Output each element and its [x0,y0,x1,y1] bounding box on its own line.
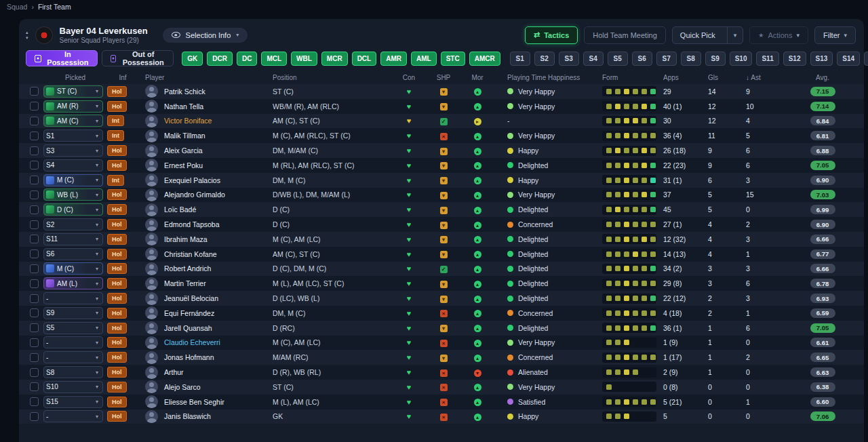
info-badge[interactable]: Hol [107,382,127,393]
slot-filter-s11[interactable]: S11 [756,52,778,66]
player-name[interactable]: Ibrahim Maza [164,235,208,243]
picked-dropdown[interactable]: -▾ [43,351,103,363]
picked-dropdown[interactable]: S6▾ [43,248,103,260]
position-filter-dcr[interactable]: DCR [207,52,233,66]
row-checkbox[interactable] [30,146,39,155]
player-name[interactable]: Ernest Poku [164,161,203,169]
info-badge[interactable]: Hol [107,145,127,156]
player-name[interactable]: Jeanuël Belocian [164,294,218,302]
table-row[interactable]: S8▾HolArthurD (R), WB (RL)♥×▾Alienated2 … [19,365,864,380]
picked-dropdown[interactable]: AM (R)▾ [43,100,103,113]
quick-pick-button[interactable]: Quick Pick ▾ [672,26,744,44]
row-checkbox[interactable] [30,264,39,273]
table-row[interactable]: S11▾HolIbrahim MazaM (C), AM (LC)♥▾▴Deli… [19,232,864,247]
picked-dropdown[interactable]: -▾ [43,410,103,422]
position-filter-wbl[interactable]: WBL [291,52,317,66]
info-badge[interactable]: Hol [107,278,127,289]
table-row[interactable]: ST (C)▾HolPatrik SchickST (C)♥▾▴Very Hap… [19,84,864,99]
picked-dropdown[interactable]: AM (C)▾ [43,115,103,127]
table-row[interactable]: S6▾HolChristian KofaneAM (C), ST (C)♥▾▴D… [19,247,864,262]
table-row[interactable]: S4▾HolErnest PokuM (RL), AM (RLC), ST (C… [19,158,864,173]
picked-dropdown[interactable]: S15▾ [43,396,103,408]
picked-dropdown[interactable]: S8▾ [43,366,103,378]
info-badge[interactable]: Hol [107,337,127,348]
player-name[interactable]: Janis Blaswich [164,412,211,420]
column-header-picked[interactable]: Picked [43,74,107,81]
table-row[interactable]: D (C)▾HolLoïc BadéD (C)♥▾▴Delighted45506… [19,202,864,217]
info-badge[interactable]: Hol [107,323,127,334]
picked-dropdown[interactable]: S1▾ [43,129,103,142]
table-row[interactable]: AM (R)▾HolNathan TellaWB/M (R), AM (RLC)… [19,99,864,114]
slot-filter-s7[interactable]: S7 [656,52,677,66]
table-row[interactable]: -▾HolJeanuël BelocianD (LC), WB (L)♥▾▴De… [19,291,864,306]
player-name[interactable]: Malik Tillman [164,132,205,140]
position-filter-amr[interactable]: AMR [380,52,407,66]
player-name[interactable]: Nathan Tella [164,102,203,110]
chevron-down-icon[interactable]: ▾ [26,35,28,40]
position-filter-mcl[interactable]: MCL [261,52,287,66]
filter-button[interactable]: Filter ▾ [814,26,856,44]
player-name[interactable]: Martin Terrier [164,279,206,287]
table-row[interactable]: -▾HolClaudio EcheverriM (C), AM (LC)♥×▴V… [19,336,864,350]
player-name[interactable]: Claudio Echeverri [164,338,220,346]
row-checkbox[interactable] [30,338,39,347]
table-row[interactable]: S5▾HolJarell QuansahD (RC)♥▾▴Delighted36… [19,321,864,336]
player-name[interactable]: Alejandro Grimaldo [164,190,225,199]
picked-dropdown[interactable]: WB (L)▾ [43,188,103,201]
picked-dropdown[interactable]: M (C)▾ [43,262,103,275]
slot-filter-s10[interactable]: S10 [730,52,753,66]
info-badge[interactable]: Hol [107,160,127,171]
row-checkbox[interactable] [30,220,39,229]
slot-filter-s4[interactable]: S4 [583,52,604,66]
player-name[interactable]: Victor Boniface [164,117,212,125]
player-name[interactable]: Alejo Sarco [164,383,201,391]
slot-filter-s13[interactable]: S13 [810,52,833,66]
slot-filter-s6[interactable]: S6 [632,52,652,66]
quick-pick-chevron-icon[interactable]: ▾ [727,27,743,43]
column-header-mor[interactable]: Mor [461,74,494,81]
table-row[interactable]: AM (L)▾HolMartin TerrierM (L), AM (LC), … [19,276,864,291]
info-badge[interactable]: Hol [107,397,127,407]
info-badge[interactable]: Hol [107,263,127,274]
info-badge[interactable]: Hol [107,101,127,112]
table-row[interactable]: -▾HolJanis BlaswichGK♥×▴Happy5007.06 [19,409,864,424]
table-row[interactable]: S9▾HolEqui FernándezDM, M (C)♥×▴Concerne… [19,306,864,321]
row-checkbox[interactable] [30,205,39,214]
column-header-player[interactable]: Player [138,74,273,81]
column-header-form[interactable]: Form [595,74,663,81]
info-badge[interactable]: Hol [107,204,127,215]
player-name[interactable]: Robert Andrich [164,264,211,273]
info-badge[interactable]: Int [107,115,124,126]
info-badge[interactable]: Hol [107,308,127,319]
player-name[interactable]: Equi Fernández [164,309,214,317]
picked-dropdown[interactable]: ST (C)▾ [43,85,103,98]
column-header-playing-time-happiness[interactable]: Playing Time Happiness [494,74,595,81]
player-name[interactable]: Arthur [164,368,184,376]
in-possession-tab[interactable]: In Possession [26,50,98,66]
table-row[interactable]: -▾HolJonas HofmannM/AM (RC)♥▾▴Concerned1… [19,350,864,365]
picked-dropdown[interactable]: D (C)▾ [43,203,103,216]
slot-filter-s5[interactable]: S5 [608,52,628,66]
table-row[interactable]: M (C)▾HolRobert AndrichD (C), DM, M (C)♥… [19,262,864,277]
info-badge[interactable]: Hol [107,219,127,230]
column-header-shp[interactable]: SHP [426,74,461,81]
picked-dropdown[interactable]: S5▾ [43,322,103,334]
table-row[interactable]: S1▾IntMalik TillmanM (C), AM (RLC), ST (… [19,128,864,143]
slot-filter-s3[interactable]: S3 [559,52,579,66]
row-checkbox[interactable] [30,190,39,199]
player-name[interactable]: Jonas Hofmann [164,353,214,361]
row-checkbox[interactable] [30,117,39,125]
player-name[interactable]: Aleix Garcia [164,146,203,155]
info-badge[interactable]: Hol [107,86,127,97]
chevron-up-icon[interactable]: ▴ [26,30,28,35]
row-checkbox[interactable] [30,161,39,169]
out-of-possession-tab[interactable]: Out of Possession [102,50,174,66]
info-badge[interactable]: Hol [107,411,127,422]
column-header-avg[interactable]: Avg. [788,74,857,81]
row-checkbox[interactable] [30,235,39,243]
slot-filter-s1[interactable]: S1 [510,52,530,66]
picked-dropdown[interactable]: S11▾ [43,233,103,245]
position-filter-aml[interactable]: AML [411,52,437,66]
column-header-position[interactable]: Position [273,74,392,81]
table-row[interactable]: WB (L)▾HolAlejandro GrimaldoD/WB (L), DM… [19,188,864,203]
